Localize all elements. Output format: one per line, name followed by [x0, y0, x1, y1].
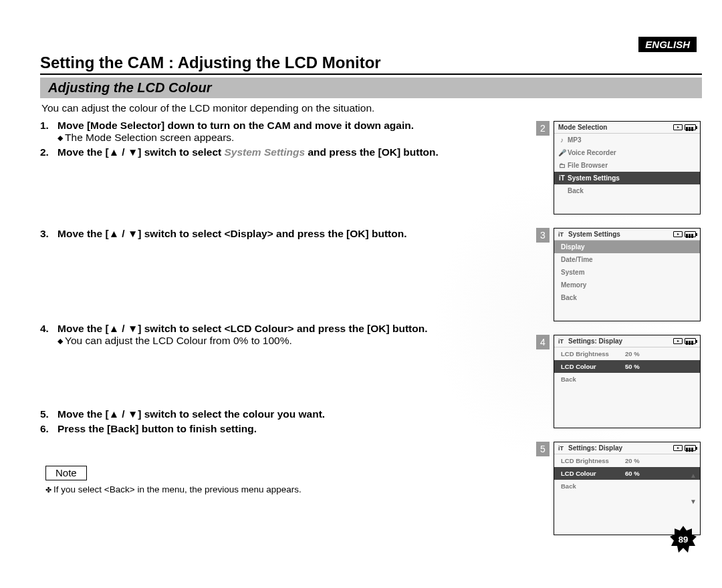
- page-title: Setting the CAM : Adjusting the LCD Moni…: [40, 53, 702, 75]
- step-5-text: Move the [▲ / ▼] switch to select the co…: [57, 408, 524, 420]
- settings-icon: iT: [558, 445, 566, 452]
- folder-icon: 🗀: [558, 160, 566, 170]
- screen-3-num: 3: [536, 228, 550, 243]
- manual-page: ENGLISH Setting the CAM : Adjusting the …: [0, 0, 722, 562]
- screen-4-title: Settings: Display: [568, 337, 622, 345]
- step-6-text: Press the [Back] button to finish settin…: [57, 423, 524, 435]
- screens-column: 2 Mode Selection ▸ ♪MP3 🎤Voice Recorder …: [536, 120, 702, 549]
- screen-3-title: System Settings: [568, 231, 620, 238]
- step-2-text: Move the [▲ / ▼] switch to select System…: [57, 146, 524, 158]
- settings-icon: iT: [558, 173, 566, 183]
- screen-5-title: Settings: Display: [568, 444, 622, 452]
- card-icon: ▸: [673, 338, 683, 344]
- steps-column: 1. Move [Mode Selector] down to turn on …: [40, 120, 524, 549]
- screen-4: 4 iTSettings: Display ▸ LCD Brightness20…: [536, 335, 702, 428]
- card-icon: ▸: [673, 231, 683, 237]
- screen-3: 3 iTSystem Settings ▸ Display Date/Time …: [536, 228, 702, 321]
- setting-row-selected: LCD Colour60 %: [554, 467, 700, 480]
- battery-icon: [685, 338, 696, 344]
- setting-row-selected: LCD Colour50 %: [554, 360, 700, 373]
- screen-2: 2 Mode Selection ▸ ♪MP3 🎤Voice Recorder …: [536, 121, 702, 214]
- step-3: 3. Move the [▲ / ▼] switch to select <Di…: [40, 228, 524, 240]
- section-heading: Adjusting the LCD Colour: [40, 78, 702, 98]
- menu-item: ♪MP3: [554, 134, 700, 146]
- status-icons: ▸: [673, 124, 696, 130]
- settings-icon: iT: [558, 231, 566, 238]
- setting-row: LCD Brightness20 %: [554, 454, 700, 467]
- screen-5: 5 iTSettings: Display ▸ LCD Brightness20…: [536, 442, 702, 535]
- screen-5-num: 5: [536, 442, 550, 456]
- card-icon: ▸: [673, 124, 683, 130]
- step-1-sub: The Mode Selection screen appears.: [57, 132, 524, 144]
- menu-item: System: [554, 266, 700, 279]
- menu-item-selected: iTSystem Settings: [554, 172, 700, 184]
- step-1: 1. Move [Mode Selector] down to turn on …: [40, 120, 524, 144]
- step-4-sub: You can adjust the LCD Colour from 0% to…: [57, 335, 524, 347]
- step-1-text: Move [Mode Selector] down to turn on the…: [57, 120, 524, 132]
- battery-icon: [685, 231, 696, 237]
- step-4: 4. Move the [▲ / ▼] switch to select <LC…: [40, 323, 524, 347]
- music-icon: ♪: [558, 135, 566, 145]
- setting-row-back: Back: [554, 480, 700, 492]
- step-6: 6. Press the [Back] button to finish set…: [40, 423, 524, 435]
- setting-row-back: Back: [554, 373, 700, 386]
- menu-item-back: Back: [554, 184, 700, 197]
- step-3-text: Move the [▲ / ▼] switch to select <Displ…: [57, 228, 524, 240]
- menu-item: 🗀File Browser: [554, 159, 700, 172]
- battery-icon: [685, 445, 696, 451]
- menu-item: Memory: [554, 279, 700, 291]
- note-label: Note: [45, 466, 87, 480]
- card-icon: ▸: [673, 445, 683, 451]
- intro-text: You can adjust the colour of the LCD mon…: [41, 102, 701, 114]
- note-text: If you select <Back> in the menu, the pr…: [53, 484, 524, 494]
- up-down-arrows-icon: ▲▼: [690, 472, 697, 505]
- mic-icon: 🎤: [558, 148, 566, 158]
- battery-icon: [685, 124, 696, 130]
- menu-item-selected: Display: [554, 241, 700, 253]
- language-badge: ENGLISH: [638, 37, 697, 52]
- step-2: 2. Move the [▲ / ▼] switch to select Sys…: [40, 146, 524, 158]
- screen-4-num: 4: [536, 335, 550, 349]
- screen-2-title: Mode Selection: [558, 124, 607, 131]
- settings-icon: iT: [558, 338, 566, 345]
- menu-item: 🎤Voice Recorder: [554, 146, 700, 159]
- screen-2-num: 2: [536, 121, 550, 136]
- setting-row: LCD Brightness20 %: [554, 347, 700, 360]
- step-4-text: Move the [▲ / ▼] switch to select <LCD C…: [57, 323, 524, 335]
- step-5: 5. Move the [▲ / ▼] switch to select the…: [40, 408, 524, 420]
- menu-item-back: Back: [554, 291, 700, 304]
- page-number-badge: 89: [670, 526, 697, 553]
- menu-item: Date/Time: [554, 253, 700, 266]
